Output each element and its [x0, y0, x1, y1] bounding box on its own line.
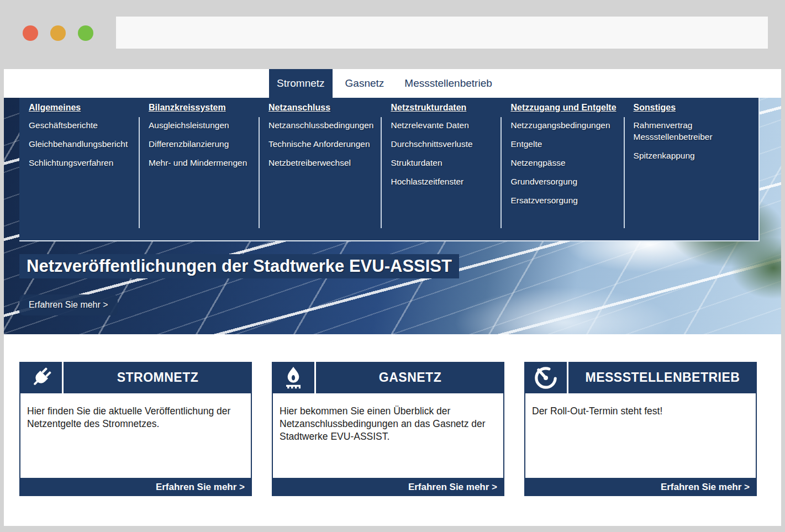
window-zoom-button[interactable]	[78, 25, 93, 41]
menu-item[interactable]: Netzrelevante Daten	[391, 119, 493, 131]
tab-gasnetz[interactable]: Gasnetz	[338, 69, 392, 98]
menu-item[interactable]: Netzzugangsbedingungen	[510, 119, 616, 131]
card-messstellenbetrieb-link[interactable]: Erfahren Sie mehr >	[524, 478, 757, 496]
menu-item[interactable]: Grundversorgung	[510, 176, 616, 187]
menu-item[interactable]: Technische Anforderungen	[268, 138, 373, 150]
page-title: Netzveröffentlichungen der Stadtwerke EV…	[19, 254, 459, 278]
card-gasnetz-link[interactable]: Erfahren Sie mehr >	[272, 478, 504, 496]
web-page: Stromnetz Gasnetz Messstellenbetrieb All…	[4, 69, 781, 526]
menu-column-netzstrukturdaten: Netzstrukturdaten Netzrelevante Daten Du…	[381, 98, 501, 240]
card-stromnetz: STROMNETZ Hier finden Sie die aktuelle V…	[19, 362, 252, 496]
hero-learn-more-button[interactable]: Erfahren Sie mehr >	[19, 294, 118, 315]
menu-header-netzzugang[interactable]: Netzzugang und Entgelte	[510, 103, 616, 113]
menu-item[interactable]: Spitzenkappung	[634, 150, 736, 161]
menu-item[interactable]: Ausgleichsleistungen	[149, 119, 251, 131]
menu-item[interactable]: Netzbetreiberwechsel	[268, 157, 373, 168]
menu-header-allgemeines[interactable]: Allgemeines	[29, 103, 131, 113]
card-body-text: Der Roll-Out-Termin steht fest!	[524, 393, 757, 478]
mega-menu: Allgemeines Geschäftsberichte Gleichbeha…	[19, 98, 760, 241]
main-nav: Stromnetz Gasnetz Messstellenbetrieb	[4, 69, 781, 98]
menu-item[interactable]: Netzengpässe	[510, 157, 616, 168]
window-close-button[interactable]	[23, 25, 38, 41]
menu-item[interactable]: Gleichbehandlungsbericht	[29, 138, 131, 150]
menu-item[interactable]: Differenzbilanzierung	[149, 138, 251, 150]
menu-item[interactable]: Hochlastzeitfenster	[391, 176, 493, 187]
card-messstellenbetrieb: MESSSTELLENBETRIEB Der Roll-Out-Termin s…	[524, 362, 757, 496]
tab-stromnetz[interactable]: Stromnetz	[269, 69, 333, 98]
tab-messstellenbetrieb[interactable]: Messstellenbetrieb	[397, 69, 499, 98]
card-messstellenbetrieb-header: MESSSTELLENBETRIEB	[524, 362, 757, 393]
menu-header-netzanschluss[interactable]: Netzanschluss	[268, 103, 373, 113]
menu-header-bilanzkreissystem[interactable]: Bilanzkreissystem	[149, 103, 251, 113]
card-body-text: Hier bekommen Sie einen Überblick der Ne…	[272, 393, 504, 478]
browser-chrome	[0, 0, 785, 69]
menu-column-netzanschluss: Netzanschluss Netzanschlussbedingungen T…	[259, 98, 381, 240]
menu-item[interactable]: Durchschnittsverluste	[391, 138, 493, 150]
card-title: MESSSTELLENBETRIEB	[568, 362, 757, 393]
teaser-cards: STROMNETZ Hier finden Sie die aktuelle V…	[4, 334, 781, 526]
gauge-icon	[524, 362, 568, 393]
menu-item[interactable]: Rahmenvertrag Messstellenbetreiber	[634, 119, 736, 143]
menu-item[interactable]: Netzanschlussbedingungen	[268, 119, 373, 131]
card-title: GASNETZ	[316, 362, 504, 393]
card-gasnetz: GASNETZ Hier bekommen Sie einen Überblic…	[272, 362, 504, 496]
menu-column-allgemeines: Allgemeines Geschäftsberichte Gleichbeha…	[19, 98, 139, 240]
menu-item[interactable]: Mehr- und Mindermengen	[149, 157, 251, 168]
menu-header-netzstrukturdaten[interactable]: Netzstrukturdaten	[391, 103, 493, 113]
card-title: STROMNETZ	[64, 362, 252, 393]
menu-column-netzzugang: Netzzugang und Entgelte Netzzugangsbedin…	[501, 98, 624, 240]
card-gasnetz-header: GASNETZ	[272, 362, 504, 393]
card-stromnetz-link[interactable]: Erfahren Sie mehr >	[19, 478, 252, 496]
menu-column-bilanzkreissystem: Bilanzkreissystem Ausgleichsleistungen D…	[139, 98, 259, 240]
flame-icon	[272, 362, 316, 393]
menu-item[interactable]: Geschäftsberichte	[29, 119, 131, 131]
menu-column-sonstiges: Sonstiges Rahmenvertrag Messstellenbetre…	[624, 98, 744, 240]
menu-item[interactable]: Schlichtungsverfahren	[29, 157, 131, 168]
address-bar[interactable]	[116, 17, 768, 49]
menu-item[interactable]: Entgelte	[510, 138, 616, 150]
menu-item[interactable]: Ersatzversorgung	[510, 194, 616, 206]
plug-icon	[19, 362, 64, 393]
menu-header-sonstiges[interactable]: Sonstiges	[634, 103, 736, 113]
card-stromnetz-header: STROMNETZ	[19, 362, 252, 393]
window-minimize-button[interactable]	[50, 25, 66, 41]
card-body-text: Hier finden Sie die aktuelle Veröffentli…	[19, 393, 252, 478]
menu-item[interactable]: Strukturdaten	[391, 157, 493, 168]
hero-banner: Allgemeines Geschäftsberichte Gleichbeha…	[4, 98, 781, 334]
